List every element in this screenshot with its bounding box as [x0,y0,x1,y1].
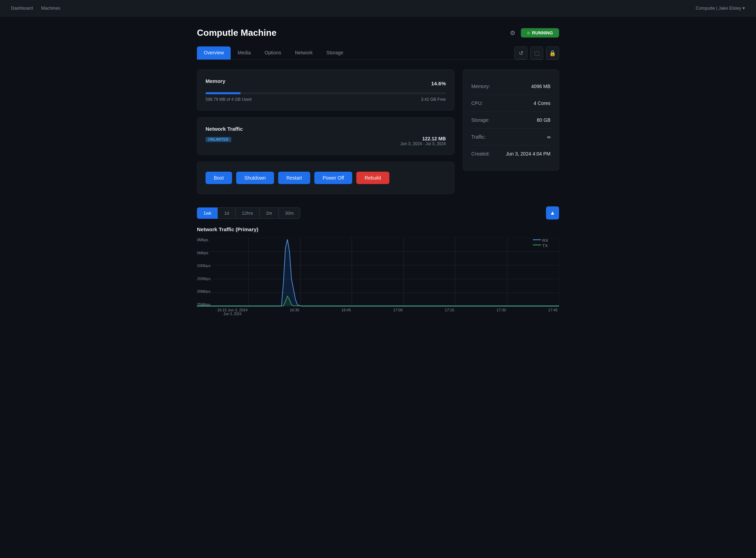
x-label-1630: 16:30 [290,308,300,316]
top-navigation: Dashboard Machines Computle | Jake Elsle… [0,0,756,17]
nav-machines[interactable]: Machines [41,6,61,11]
nav-dashboard[interactable]: Dashboard [11,6,33,11]
right-column: Memory: 4096 MB CPU: 4 Cores Storage: 80… [463,69,559,194]
collapse-button[interactable]: ▲ [546,206,559,219]
svg-rect-13 [533,239,541,240]
time-1hr[interactable]: 1hr [259,207,279,219]
tab-overview[interactable]: Overview [197,46,231,60]
memory-header: Memory 14.6% [206,78,446,89]
memory-percentage: 14.6% [431,81,446,86]
spec-storage: Storage: 80 GB [471,112,550,129]
status-badge: RUNNING [521,28,559,37]
network-traffic-title: Network Traffic [206,126,243,132]
tab-icon-buttons: ↺ ⬚ 🔒 [514,46,559,60]
left-column: Memory 14.6% 598.79 MB of 4 GB Used 3.42… [197,69,454,194]
spec-created-value: Jun 3, 2024 4:04 PM [506,151,550,157]
user-menu[interactable]: Computle | Jake Elsley ▾ [696,6,745,11]
tab-network[interactable]: Network [288,46,319,60]
header-actions: ⚙ RUNNING [508,28,559,38]
chart-x-labels: 16:15 Jun 3, 2024 Jun 3, 2024 16:30 16:4… [216,308,559,316]
spec-memory-label: Memory: [471,84,490,89]
time-1d[interactable]: 1d [218,207,235,219]
time-period-row: 1wk 1d 12hrs 1hr 30m ▲ [197,206,559,219]
spec-created: Created: Jun 3, 2024 4:04 PM [471,146,550,162]
nav-links: Dashboard Machines [11,6,60,11]
tab-storage[interactable]: Storage [319,46,350,60]
actions-card: Boot Shutdown Restart Power Off Rebuild [197,162,454,194]
memory-used: 598.79 MB of 4 GB Used [206,97,251,102]
restart-button[interactable]: Restart [278,172,310,184]
traffic-amount: 122.12 MB [400,136,446,141]
page-header: Computle Machine ⚙ RUNNING [197,28,559,38]
tab-media[interactable]: Media [231,46,258,60]
time-buttons: 1wk 1d 12hrs 1hr 30m [197,207,300,219]
lock-button[interactable]: 🔒 [546,46,559,60]
time-30m[interactable]: 30m [279,207,300,219]
memory-sub-info: 598.79 MB of 4 GB Used 3.42 GB Free [206,97,446,102]
x-label-1730: 17:30 [496,308,506,316]
memory-card: Memory 14.6% 598.79 MB of 4 GB Used 3.42… [197,69,454,110]
svg-text:TX: TX [542,244,548,248]
chart-svg: RX TX [197,238,559,307]
spec-storage-label: Storage: [471,117,490,123]
memory-progress-bg [206,92,446,94]
chevron-down-icon: ▾ [743,6,745,11]
traffic-dates: Jun 3, 2024 - Jul 3, 2024 [400,141,446,146]
tab-options[interactable]: Options [258,46,288,60]
spec-created-label: Created: [471,151,490,157]
x-label-1715: 17:15 [445,308,454,316]
chart-title: Network Traffic (Primary) [197,226,559,232]
content-grid: Memory 14.6% 598.79 MB of 4 GB Used 3.42… [197,69,559,194]
boot-button[interactable]: Boot [206,172,232,184]
chart-wrapper: 25Mbps 20Mbps 15Mbps 10Mbps 5Mbps 0Mbps [197,238,559,316]
unlimited-badge: UNLIMITED [206,137,231,142]
user-label: Computle | Jake Elsley [696,6,741,11]
time-12hrs[interactable]: 12hrs [235,207,260,219]
spec-cpu: CPU: 4 Cores [471,95,550,112]
settings-button[interactable]: ⚙ [508,28,517,38]
network-traffic-row: UNLIMITED 122.12 MB Jun 3, 2024 - Jul 3,… [206,136,446,146]
spec-memory-value: 4096 MB [531,84,550,89]
time-1wk[interactable]: 1wk [197,207,218,219]
tab-group: Overview Media Options Network Storage [197,46,350,60]
x-label-1700: 17:00 [393,308,403,316]
display-button[interactable]: ⬚ [530,46,543,60]
x-label-1615: 16:15 Jun 3, 2024 Jun 3, 2024 [217,308,248,316]
spec-traffic-label: Traffic: [471,134,486,140]
x-label-1745: 17:45 [548,308,558,316]
page-title: Computle Machine [197,28,276,38]
spec-storage-value: 80 GB [537,117,550,123]
memory-title: Memory [206,78,225,84]
status-dot [527,32,530,34]
spec-traffic: Traffic: ∞ [471,129,550,146]
shutdown-button[interactable]: Shutdown [236,172,274,184]
rebuild-button[interactable]: Rebuild [356,172,389,184]
tabs-row: Overview Media Options Network Storage ↺… [197,46,559,60]
spec-cpu-value: 4 Cores [534,100,550,106]
status-label: RUNNING [532,30,553,35]
svg-rect-15 [533,245,541,245]
specs-card: Memory: 4096 MB CPU: 4 Cores Storage: 80… [463,69,559,171]
spec-memory: Memory: 4096 MB [471,78,550,95]
spec-traffic-value: ∞ [547,134,550,140]
spec-cpu-label: CPU: [471,100,483,106]
x-label-1645: 16:45 [342,308,351,316]
chart-section: Network Traffic (Primary) 25Mbps 20Mbps … [197,226,559,316]
traffic-right: 122.12 MB Jun 3, 2024 - Jul 3, 2024 [400,136,446,146]
poweroff-button[interactable]: Power Off [314,172,352,184]
memory-free: 3.42 GB Free [421,97,446,102]
network-left: UNLIMITED [206,136,231,146]
memory-progress-fill [206,92,241,94]
network-traffic-card: Network Traffic UNLIMITED 122.12 MB Jun … [197,117,454,155]
refresh-button[interactable]: ↺ [514,46,527,60]
main-container: Computle Machine ⚙ RUNNING Overview Medi… [189,17,567,327]
action-buttons: Boot Shutdown Restart Power Off Rebuild [206,172,446,184]
svg-text:RX: RX [542,238,548,243]
